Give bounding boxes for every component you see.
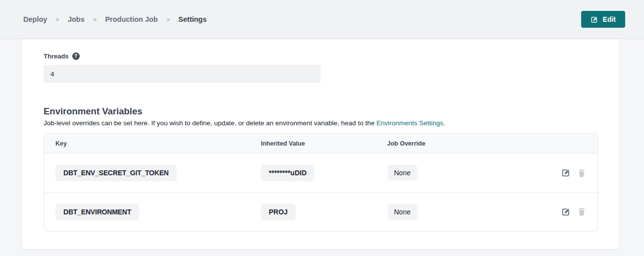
row-actions — [554, 207, 586, 216]
breadcrumb-item-production-job[interactable]: Production Job — [105, 15, 157, 23]
environment-variables-section: Environment Variables Job-level override… — [44, 106, 598, 231]
edit-button-label: Edit — [603, 15, 616, 23]
chevron-right-icon: > — [55, 16, 59, 23]
threads-label: Threads — [44, 52, 69, 60]
table-row: DBT_ENVIRONMENT PROJ None — [44, 192, 597, 231]
threads-input[interactable] — [44, 65, 321, 83]
description-text: Job-level overrides can be set here. If … — [44, 119, 376, 127]
threads-field-label-row: Threads ? — [44, 52, 598, 60]
chevron-right-icon: > — [93, 16, 97, 23]
env-var-inherited-value: ********uDID — [261, 164, 314, 181]
trash-icon — [578, 169, 586, 177]
top-bar: Deploy > Jobs > Production Job > Setting… — [0, 0, 644, 39]
breadcrumb-item-jobs[interactable]: Jobs — [68, 15, 85, 23]
env-vars-table-header: Key Inherited Value Job Override — [44, 134, 597, 154]
breadcrumb: Deploy > Jobs > Production Job > Setting… — [23, 15, 207, 23]
edit-row-button[interactable] — [561, 168, 570, 177]
delete-row-button[interactable] — [578, 169, 586, 177]
edit-pencil-icon — [561, 207, 570, 216]
trash-icon — [578, 207, 586, 216]
table-row: DBT_ENV_SECRET_GIT_TOKEN ********uDID No… — [44, 154, 597, 192]
environments-settings-link[interactable]: Environments Settings — [376, 119, 443, 127]
delete-row-button[interactable] — [578, 207, 586, 216]
help-question-icon[interactable]: ? — [72, 52, 80, 60]
edit-row-button[interactable] — [561, 207, 570, 216]
env-var-inherited-value: PROJ — [261, 204, 296, 220]
env-var-key: DBT_ENV_SECRET_GIT_TOKEN — [55, 164, 177, 181]
env-var-key: DBT_ENVIRONMENT — [55, 204, 139, 220]
column-header-job-override: Job Override — [387, 140, 554, 147]
breadcrumb-item-settings: Settings — [178, 15, 206, 23]
environment-variables-description: Job-level overrides can be set here. If … — [44, 119, 598, 127]
edit-button[interactable]: Edit — [581, 11, 625, 28]
edit-pencil-icon — [561, 168, 570, 177]
breadcrumb-item-deploy[interactable]: Deploy — [23, 15, 47, 23]
job-settings-card: Threads ? Environment Variables Job-leve… — [22, 39, 619, 249]
column-header-key: Key — [55, 140, 261, 147]
env-vars-table: Key Inherited Value Job Override DBT_ENV… — [44, 133, 598, 231]
env-var-job-override: None — [387, 165, 417, 181]
column-header-inherited-value: Inherited Value — [261, 140, 387, 147]
chevron-right-icon: > — [166, 16, 170, 23]
environment-variables-title: Environment Variables — [44, 106, 598, 117]
description-period: . — [444, 119, 446, 127]
row-actions — [554, 168, 586, 177]
edit-pencil-icon — [591, 16, 598, 23]
env-var-job-override: None — [387, 204, 417, 220]
